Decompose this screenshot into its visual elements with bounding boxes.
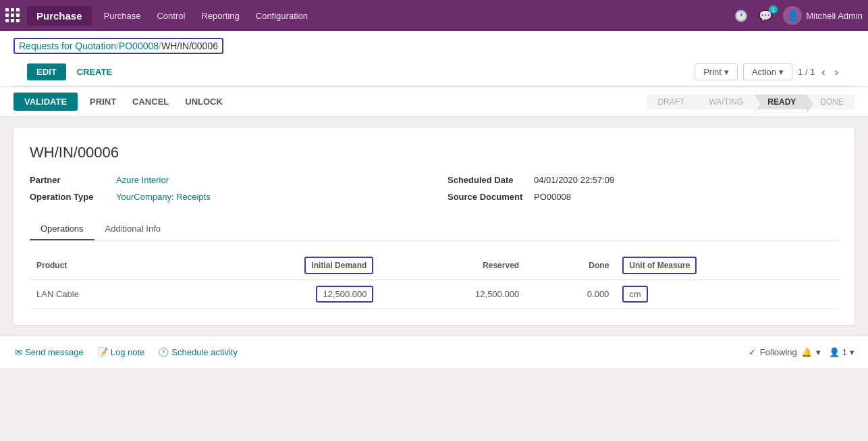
operation-type-value[interactable]: YourCompany: Receipts <box>116 192 211 202</box>
pager-next-button[interactable]: › <box>832 66 841 78</box>
initial-demand-header-box: Initial Demand <box>304 257 373 274</box>
col-header-done: Done <box>526 251 616 280</box>
pager: 1 / 1 ‹ › <box>798 66 841 78</box>
form-fields: Partner Azure Interior Scheduled Date 04… <box>30 175 838 202</box>
action-label: Action <box>752 67 776 77</box>
uom-header-box: Unit of Measure <box>622 257 697 274</box>
footer: ✉ Send message 📝 Log note 🕐 Schedule act… <box>0 336 868 368</box>
col-header-initial-demand: Initial Demand <box>171 251 380 280</box>
cell-product: LAN Cable <box>30 280 171 309</box>
nav-purchase[interactable]: Purchase <box>103 8 142 24</box>
main-content: WH/IN/00006 Partner Azure Interior Sched… <box>0 117 868 336</box>
print-chevron-icon: ▾ <box>724 67 729 77</box>
send-message-icon: ✉ <box>15 347 22 357</box>
table-header-row: Product Initial Demand Reserved Done <box>30 251 838 280</box>
breadcrumb-bar: Requests for Quotation / PO00008 / WH/IN… <box>0 31 868 87</box>
cell-done: 0.000 <box>526 280 616 309</box>
form-title: WH/IN/00006 <box>30 144 838 161</box>
notification-badge: 1 <box>769 5 778 14</box>
source-document-label: Source Document <box>447 192 528 202</box>
action-bar: EDIT CREATE Print ▾ Action ▾ 1 / 1 ‹ › <box>13 59 855 86</box>
field-operation-type: Operation Type YourCompany: Receipts <box>30 192 421 202</box>
tabs: Operations Additional Info <box>30 218 838 240</box>
follower-count[interactable]: 👤 1 ▾ <box>829 347 855 357</box>
log-note-icon: 📝 <box>97 347 108 357</box>
unlock-button[interactable]: UNLOCK <box>178 93 229 111</box>
uom-cell-box: cm <box>622 286 647 303</box>
app-title[interactable]: Purchase <box>27 6 92 26</box>
scheduled-date-value: 04/01/2020 22:57:09 <box>534 175 614 185</box>
schedule-activity-button[interactable]: 🕐 Schedule activity <box>157 344 239 360</box>
following-check-icon: ✓ <box>749 347 756 357</box>
top-navigation: Purchase Purchase Control Reporting Conf… <box>0 0 868 31</box>
tab-additional-info[interactable]: Additional Info <box>94 218 171 240</box>
user-menu[interactable]: 👤 Mitchell Admin <box>783 6 863 25</box>
follower-count-value: 1 <box>842 347 847 357</box>
cell-reserved: 12,500.000 <box>380 280 526 309</box>
user-name: Mitchell Admin <box>806 11 863 21</box>
nav-control[interactable]: Control <box>155 8 186 24</box>
col-header-product: Product <box>30 251 171 280</box>
status-steps: DRAFT WAITING READY DONE <box>647 95 855 109</box>
log-note-button[interactable]: 📝 Log note <box>96 344 146 360</box>
breadcrumb: Requests for Quotation / PO00008 / WH/IN… <box>13 38 855 54</box>
following-chevron-icon: 🔔 <box>801 347 812 357</box>
operations-table: Product Initial Demand Reserved Done <box>30 251 838 309</box>
print-status-button[interactable]: PRINT <box>83 93 123 111</box>
status-bar: VALIDATE PRINT CANCEL UNLOCK DRAFT WAITI… <box>0 87 868 117</box>
nav-right: 🕐 💬 1 👤 Mitchell Admin <box>734 6 863 25</box>
partner-label: Partner <box>30 175 111 185</box>
step-draft: DRAFT <box>647 95 695 109</box>
breadcrumb-rfq[interactable]: Requests for Quotation <box>19 41 116 51</box>
send-message-button[interactable]: ✉ Send message <box>13 344 85 360</box>
following-button[interactable]: ✓ Following 🔔 ▾ <box>749 347 821 357</box>
chat-icon[interactable]: 💬 1 <box>759 9 772 22</box>
nav-configuration[interactable]: Configuration <box>254 8 309 24</box>
footer-right: ✓ Following 🔔 ▾ 👤 1 ▾ <box>749 347 855 357</box>
create-button[interactable]: CREATE <box>72 63 117 80</box>
breadcrumb-po[interactable]: PO00008 <box>119 41 159 51</box>
action-button[interactable]: Action ▾ <box>743 63 792 80</box>
following-dropdown-icon: ▾ <box>816 347 821 357</box>
col-header-uom: Unit of Measure <box>616 251 838 280</box>
pager-prev-button[interactable]: ‹ <box>819 66 828 78</box>
follower-chevron-icon: ▾ <box>850 347 855 357</box>
col-header-reserved: Reserved <box>380 251 526 280</box>
tab-operations[interactable]: Operations <box>30 218 94 240</box>
action-chevron-icon: ▾ <box>779 67 784 77</box>
field-partner: Partner Azure Interior <box>30 175 421 185</box>
step-ready: READY <box>754 95 807 109</box>
cell-initial-demand[interactable]: 12,500.000 <box>171 280 380 309</box>
app-grid-icon[interactable] <box>5 8 20 23</box>
person-icon: 👤 <box>829 347 840 357</box>
print-button[interactable]: Print ▾ <box>695 63 738 80</box>
clock-icon[interactable]: 🕐 <box>734 9 748 22</box>
step-waiting: WAITING <box>695 95 754 109</box>
nav-links: Purchase Control Reporting Configuration <box>103 8 735 24</box>
step-done: DONE <box>807 95 855 109</box>
pager-text: 1 / 1 <box>798 67 815 77</box>
nav-reporting[interactable]: Reporting <box>200 8 240 24</box>
cell-uom[interactable]: cm <box>616 280 838 309</box>
breadcrumb-current: WH/IN/00006 <box>161 41 218 51</box>
print-label: Print <box>703 67 722 77</box>
field-source-document: Source Document PO00008 <box>447 192 838 202</box>
table-row: LAN Cable 12,500.000 12,500.000 0.000 <box>30 280 838 309</box>
initial-demand-cell-box: 12,500.000 <box>316 286 373 303</box>
edit-button[interactable]: EDIT <box>27 63 66 80</box>
cancel-button[interactable]: CANCEL <box>126 93 175 111</box>
field-scheduled-date: Scheduled Date 04/01/2020 22:57:09 <box>447 175 838 185</box>
schedule-activity-icon: 🕐 <box>158 347 169 357</box>
avatar: 👤 <box>783 6 802 25</box>
validate-button[interactable]: VALIDATE <box>13 93 78 111</box>
source-document-value: PO00008 <box>534 192 571 202</box>
scheduled-date-label: Scheduled Date <box>447 175 528 185</box>
operation-type-label: Operation Type <box>30 192 111 202</box>
following-label: Following <box>760 347 797 357</box>
breadcrumb-wrapper: Requests for Quotation / PO00008 / WH/IN… <box>13 38 223 54</box>
partner-value[interactable]: Azure Interior <box>116 175 169 185</box>
form-card: WH/IN/00006 Partner Azure Interior Sched… <box>13 128 855 325</box>
